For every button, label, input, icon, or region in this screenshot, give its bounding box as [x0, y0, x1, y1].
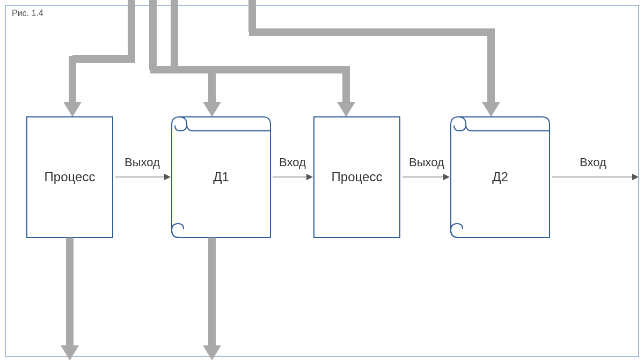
svg-marker-3 [63, 102, 82, 117]
svg-marker-19 [164, 174, 171, 180]
node-document-1-label: Д1 [213, 169, 229, 184]
node-process-2: Процесс [314, 117, 400, 238]
figure-caption: Рис. 1.4 [12, 9, 43, 18]
edge-d1-p2-label: Вход [279, 156, 306, 169]
svg-marker-29 [203, 345, 221, 360]
svg-marker-23 [443, 174, 450, 180]
svg-marker-27 [61, 345, 79, 360]
edge-p2-d2: Выход [402, 156, 450, 180]
diagram-canvas: Рис. 1.4 Процесс [0, 0, 644, 362]
edge-p1-d1-label: Выход [125, 156, 160, 169]
edge-d2-out-label: Вход [580, 156, 606, 169]
node-document-2: Д2 [451, 117, 550, 238]
node-process-1: Процесс [27, 117, 113, 238]
inflow-pipe-1 [63, 0, 135, 117]
node-process-1-label: Процесс [45, 169, 96, 184]
inflow-pipe-3 [153, 0, 500, 117]
edge-p2-d2-label: Выход [409, 156, 444, 169]
svg-marker-25 [632, 174, 639, 180]
svg-marker-8 [203, 102, 221, 117]
node-process-2-label: Процесс [332, 169, 383, 184]
outflow-pipe-d1 [203, 238, 221, 360]
svg-marker-10 [337, 102, 355, 117]
edge-p1-d1: Выход [115, 156, 171, 180]
edge-d2-out: Вход [552, 156, 639, 180]
node-document-2-label: Д2 [492, 169, 508, 184]
outflow-pipe-p1 [61, 238, 79, 360]
edge-d1-p2: Вход [273, 156, 313, 180]
svg-marker-21 [306, 174, 313, 180]
node-document-1: Д1 [172, 117, 270, 238]
svg-marker-14 [482, 102, 500, 117]
